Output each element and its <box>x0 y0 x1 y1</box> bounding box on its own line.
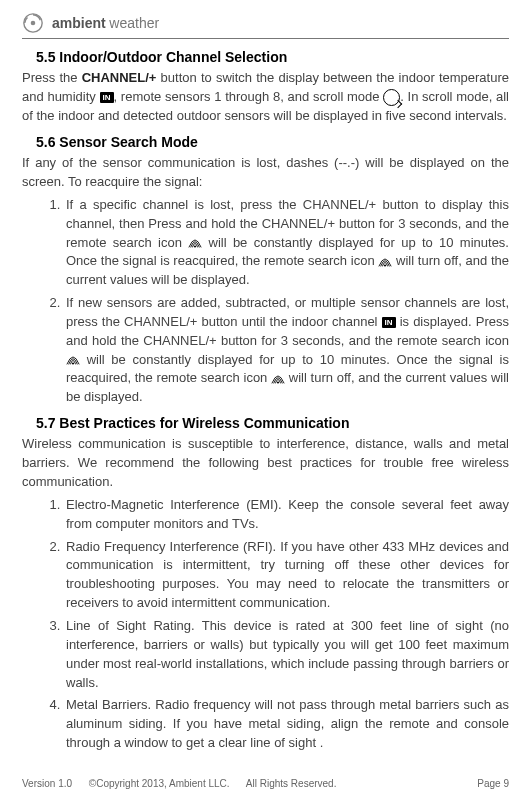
svg-point-5 <box>277 381 279 383</box>
brand-name: ambient weather <box>52 13 159 34</box>
logo-icon <box>22 12 44 34</box>
indoor-icon: IN <box>100 92 114 103</box>
signal-icon <box>378 256 392 268</box>
section-5-7-item-2: Radio Frequency Interference (RFI). If y… <box>64 538 509 613</box>
svg-point-2 <box>194 246 196 248</box>
page-footer: Version 1.0 ©Copyright 2013, Ambient LLC… <box>22 777 509 792</box>
svg-point-4 <box>72 363 74 365</box>
section-5-7-list: Electro-Magnetic Interference (EMI). Kee… <box>22 496 509 753</box>
section-5-7-title: 5.7 Best Practices for Wireless Communic… <box>36 413 509 433</box>
signal-icon <box>188 237 202 249</box>
header-rule <box>22 38 509 39</box>
section-5-7-item-3: Line of Sight Rating. This device is rat… <box>64 617 509 692</box>
svg-point-1 <box>31 21 36 26</box>
section-5-7-intro: Wireless communication is susceptible to… <box>22 435 509 492</box>
section-5-6-item-2: If new sensors are added, subtracted, or… <box>64 294 509 407</box>
section-5-7-item-4: Metal Barriers. Radio frequency will not… <box>64 696 509 753</box>
section-5-5-title: 5.5 Indoor/Outdoor Channel Selection <box>36 47 509 67</box>
footer-copyright: ©Copyright 2013, Ambient LLC. <box>89 778 230 789</box>
signal-icon <box>271 373 285 385</box>
section-5-7-item-1: Electro-Magnetic Interference (EMI). Kee… <box>64 496 509 534</box>
scroll-mode-icon <box>383 89 400 106</box>
indoor-icon: IN <box>382 317 396 328</box>
brand-header: ambient weather <box>22 12 509 34</box>
svg-point-3 <box>384 264 386 266</box>
footer-page-number: Page 9 <box>477 777 509 792</box>
section-5-5-body: Press the CHANNEL/+ button to switch the… <box>22 69 509 126</box>
section-5-6-title: 5.6 Sensor Search Mode <box>36 132 509 152</box>
section-5-6-intro: If any of the sensor communication is lo… <box>22 154 509 192</box>
section-5-6-item-1: If a specific channel is lost, press the… <box>64 196 509 290</box>
section-5-6-list: If a specific channel is lost, press the… <box>22 196 509 407</box>
footer-rights: All Rights Reserved. <box>246 778 337 789</box>
footer-version: Version 1.0 <box>22 778 72 789</box>
signal-icon <box>66 354 80 366</box>
